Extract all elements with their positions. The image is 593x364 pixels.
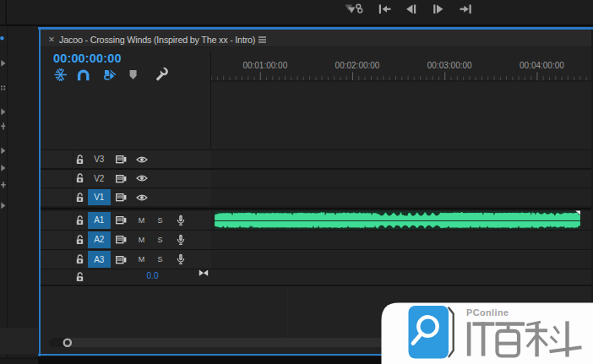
svg-text:00:03:00:00: 00:03:00:00 (427, 61, 472, 70)
svg-text:00:02:00:00: 00:02:00:00 (335, 61, 380, 70)
svg-text:00:04:00:00: 00:04:00:00 (520, 61, 564, 70)
svg-text:00:01:00:00: 00:01:00:00 (242, 61, 287, 70)
